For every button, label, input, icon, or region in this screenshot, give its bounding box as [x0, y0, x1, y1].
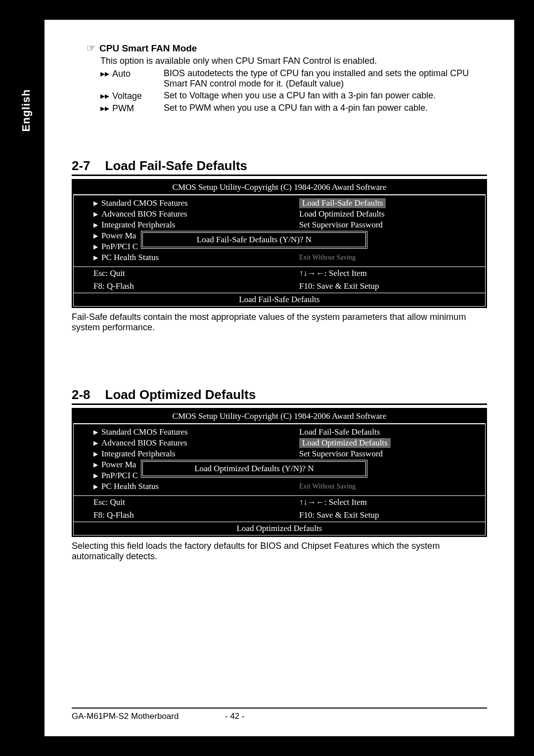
bios-dialog-text: Load Fail-Safe Defaults (Y/N)? N	[142, 232, 366, 247]
bios-menu-item: Exit Without Saving	[299, 482, 475, 491]
triangle-icon: ▶	[93, 440, 101, 447]
bios-footer-f8: F8: Q-Flash	[74, 281, 279, 291]
section-heading: 2-8Load Optimized Defaults	[72, 387, 487, 405]
bios-menu-item: ▶Integrated Peripherals	[93, 449, 269, 459]
bios-footer: Esc: Quit↑↓→←: Select Item	[74, 267, 485, 280]
bios-item-label: Advanced BIOS Features	[101, 438, 187, 448]
double-arrow-icon: ▸▸	[100, 91, 109, 101]
triangle-icon: ▶	[93, 222, 101, 229]
triangle-icon: ▶	[93, 461, 101, 469]
bios-footer-f10: F10: Save & Exit Setup	[279, 510, 485, 520]
bios-menu-item: ▶Standard CMOS Features	[93, 198, 269, 208]
bios-footer-select: ↑↓→←: Select Item	[279, 268, 485, 278]
bios-menu-item: Load Fail-Safe Defaults	[299, 427, 475, 437]
bios-footer: F8: Q-FlashF10: Save & Exit Setup	[74, 509, 485, 522]
option-value-text: Set to PWM when you use a CPU fan with a…	[164, 103, 487, 114]
bios-footer-f8: F8: Q-Flash	[74, 510, 279, 520]
bios-status-line: Load Optimized Defaults	[74, 522, 485, 535]
triangle-icon: ▶	[93, 483, 101, 490]
section-title: Load Optimized Defaults	[105, 387, 256, 402]
bios-menu-item: Set Supervisor Password	[299, 220, 475, 230]
triangle-icon: ▶	[93, 254, 101, 262]
bios-menu-item: ▶PC Health Status	[93, 253, 269, 263]
bios-footer-select: ↑↓→←: Select Item	[279, 497, 485, 507]
bios-item-label: PnP/PCI C	[101, 242, 138, 252]
bios-item-label: Integrated Peripherals	[101, 220, 176, 230]
bios-item-label: Exit Without Saving	[299, 483, 356, 490]
bios-dialog-text: Load Optimized Defaults (Y/N)? N	[142, 461, 366, 476]
bios-screenshot: CMOS Setup Utility-Copyright (C) 1984-20…	[72, 408, 487, 537]
option-value-label: Voltage	[112, 91, 142, 101]
bios-footer: F8: Q-FlashF10: Save & Exit Setup	[74, 280, 485, 293]
bios-item-label: PC Health Status	[101, 482, 159, 491]
bios-title: CMOS Setup Utility-Copyright (C) 1984-20…	[73, 409, 486, 424]
option-row: ▸▸PWMSet to PWM when you use a CPU fan w…	[100, 103, 487, 114]
bios-item-label: PnP/PCI C	[101, 471, 138, 481]
bios-title: CMOS Setup Utility-Copyright (C) 1984-20…	[73, 180, 486, 195]
bios-menu-item: ▶Integrated Peripherals	[93, 220, 269, 230]
section-title: Load Fail-Safe Defaults	[105, 158, 248, 173]
footer-page-number: - 42 -	[225, 712, 245, 721]
triangle-icon: ▶	[93, 243, 101, 251]
bios-item-label: Power Ma	[101, 231, 136, 241]
triangle-icon: ▶	[93, 232, 101, 240]
bios-item-label: Load Optimized Defaults	[299, 209, 385, 219]
bios-menu-item: Exit Without Saving	[299, 253, 475, 263]
language-tab: English	[15, 44, 38, 176]
option-title: CPU Smart FAN Mode	[99, 43, 197, 53]
option-value-text: Set to Voltage when you use a CPU fan wi…	[164, 90, 487, 101]
option-value-label: Auto	[112, 69, 131, 79]
section-description: Selecting this field loads the factory d…	[72, 541, 487, 562]
bios-menu-item: ▶Standard CMOS Features	[93, 427, 269, 437]
option-row: ▸▸VoltageSet to Voltage when you use a C…	[100, 90, 487, 101]
section-heading: 2-7Load Fail-Safe Defaults	[72, 158, 487, 176]
triangle-icon: ▶	[93, 429, 101, 436]
section-number: 2-8	[72, 387, 90, 402]
bios-footer-esc: Esc: Quit	[74, 268, 279, 278]
bios-dialog: Load Optimized Defaults (Y/N)? N	[141, 460, 367, 478]
bios-item-label: PC Health Status	[101, 253, 159, 263]
triangle-icon: ▶	[93, 211, 101, 218]
bios-menu-item: ▶PC Health Status	[93, 482, 269, 491]
triangle-icon: ▶	[93, 472, 101, 480]
bios-screenshot: CMOS Setup Utility-Copyright (C) 1984-20…	[72, 179, 487, 308]
bios-item-label: Standard CMOS Features	[101, 198, 188, 208]
bios-item-label: Integrated Peripherals	[101, 449, 176, 459]
bios-item-label: Exit Without Saving	[299, 254, 356, 262]
bios-menu-item: Set Supervisor Password	[299, 449, 475, 459]
bios-menu-item: Load Optimized Defaults	[299, 209, 475, 219]
page-footer: GA-M61PM-S2 Motherboard - 42 -	[72, 708, 487, 721]
option-value-label: PWM	[112, 103, 134, 113]
bios-menu-item: Load Optimized Defaults	[299, 438, 475, 448]
manual-page: English ☞CPU Smart FAN Mode This option …	[44, 20, 514, 736]
bios-menu-item: Load Fail-Safe Defaults	[299, 198, 475, 208]
double-arrow-icon: ▸▸	[100, 69, 109, 79]
bios-item-label: Power Ma	[101, 460, 136, 470]
bios-menu-item: ▶Advanced BIOS Features	[93, 438, 269, 448]
bios-status-line: Load Fail-Safe Defaults	[74, 293, 485, 306]
double-arrow-icon: ▸▸	[100, 103, 109, 113]
section-description: Fail-Safe defaults contain the most appr…	[72, 312, 487, 333]
option-row: ▸▸AutoBIOS autodetects the type of CPU f…	[100, 68, 487, 89]
section-number: 2-7	[72, 158, 90, 173]
triangle-icon: ▶	[93, 200, 101, 207]
bios-item-label: Load Fail-Safe Defaults	[299, 427, 380, 437]
bios-item-label: Load Optimized Defaults	[299, 438, 391, 448]
bios-item-label: Set Supervisor Password	[299, 220, 383, 230]
bios-item-label: Advanced BIOS Features	[101, 209, 187, 219]
footer-model: GA-M61PM-S2 Motherboard	[72, 712, 225, 721]
option-heading: ☞CPU Smart FAN Mode	[87, 42, 487, 54]
bios-item-label: Load Fail-Safe Defaults	[299, 198, 386, 208]
bios-footer-esc: Esc: Quit	[74, 497, 279, 507]
triangle-icon: ▶	[93, 450, 101, 458]
bios-item-label: Set Supervisor Password	[299, 449, 383, 459]
sigma-icon: ☞	[87, 43, 95, 53]
option-value-text: BIOS autodetects the type of CPU fan you…	[164, 68, 487, 89]
bios-item-label: Standard CMOS Features	[101, 427, 188, 437]
bios-menu-item: ▶Advanced BIOS Features	[93, 209, 269, 219]
cpu-smart-fan-block: ☞CPU Smart FAN Mode This option is avail…	[87, 42, 487, 114]
bios-footer-f10: F10: Save & Exit Setup	[279, 281, 485, 291]
option-description: This option is available only when CPU S…	[100, 56, 487, 66]
bios-dialog: Load Fail-Safe Defaults (Y/N)? N	[141, 231, 367, 249]
bios-footer: Esc: Quit↑↓→←: Select Item	[74, 495, 485, 509]
